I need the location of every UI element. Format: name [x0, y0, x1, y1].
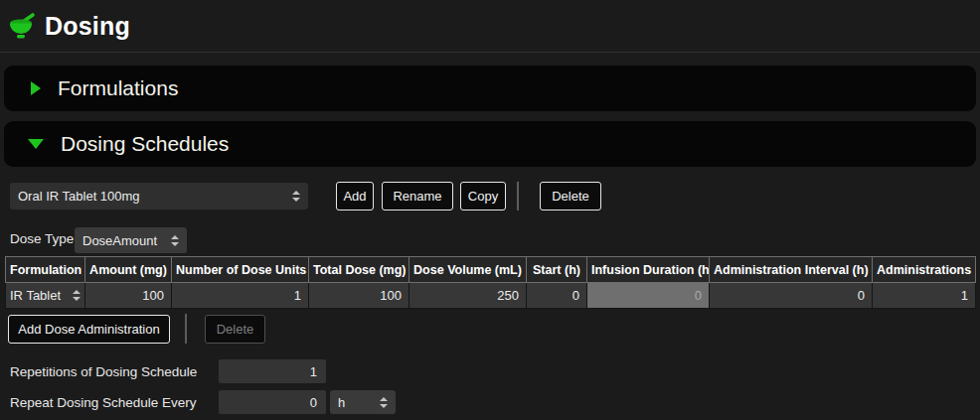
mortar-pestle-icon: [8, 11, 36, 41]
amount-cell[interactable]: 100: [85, 283, 172, 309]
add-dose-administration-button[interactable]: Add Dose Administration: [8, 315, 170, 344]
toolbar-separator: [517, 182, 519, 210]
repeat-every-label: Repeat Dosing Schedule Every: [10, 395, 197, 410]
dose-administration-table: Formulation Amount (mg) Number of Dose U…: [5, 256, 976, 309]
section-formulations-label: Formulations: [58, 76, 178, 100]
dose-type-label: Dose Type: [10, 231, 74, 246]
add-schedule-button[interactable]: Add: [336, 182, 374, 210]
table-row: IR Tablet 100 1 100 250 0 0 0 1: [6, 283, 976, 309]
repeat-every-value: 0: [310, 395, 317, 410]
col-start: Start (h): [527, 257, 587, 283]
col-administrations: Administrations: [873, 257, 976, 283]
col-dose-units: Number of Dose Units: [172, 257, 309, 283]
repeat-every-unit-select[interactable]: h: [330, 390, 396, 414]
dose-type-value: DoseAmount: [82, 233, 157, 248]
start-cell[interactable]: 0: [527, 283, 587, 309]
dose-units-cell[interactable]: 1: [172, 283, 309, 309]
caret-right-icon: [31, 81, 41, 95]
actions-separator: [185, 314, 187, 344]
repetitions-value: 1: [310, 364, 317, 379]
total-dose-cell[interactable]: 100: [309, 283, 409, 309]
spinner-icon: [372, 397, 388, 408]
delete-dose-administration-button: Delete: [205, 315, 265, 344]
spinner-icon: [163, 235, 179, 246]
schedule-select[interactable]: Oral IR Tablet 100mg: [10, 183, 308, 210]
section-formulations[interactable]: Formulations: [4, 66, 976, 111]
delete-schedule-button[interactable]: Delete: [540, 182, 601, 210]
administrations-cell[interactable]: 1: [873, 283, 976, 309]
page-title: Dosing: [45, 12, 130, 41]
repetitions-input[interactable]: 1: [219, 359, 326, 383]
repetitions-label: Repetitions of Dosing Schedule: [10, 364, 197, 379]
section-dosing-schedules[interactable]: Dosing Schedules: [4, 121, 976, 167]
col-admin-interval: Administration Interval (h): [710, 257, 873, 283]
spinner-icon: [284, 191, 300, 202]
dose-volume-cell[interactable]: 250: [409, 283, 527, 309]
title-bar: Dosing: [0, 0, 980, 53]
col-formulation: Formulation: [6, 257, 85, 283]
dose-type-select[interactable]: DoseAmount: [75, 227, 187, 253]
table-header-row: Formulation Amount (mg) Number of Dose U…: [6, 257, 976, 283]
rename-schedule-button[interactable]: Rename: [382, 182, 453, 210]
caret-down-icon: [28, 139, 44, 149]
admin-interval-cell[interactable]: 0: [710, 283, 873, 309]
repeat-every-input[interactable]: 0: [219, 390, 326, 414]
formulation-cell[interactable]: IR Tablet: [6, 283, 85, 309]
col-dose-volume: Dose Volume (mL): [409, 257, 527, 283]
col-infusion-duration: Infusion Duration (h): [587, 257, 710, 283]
col-amount: Amount (mg): [85, 257, 172, 283]
schedule-select-value: Oral IR Tablet 100mg: [18, 189, 140, 204]
copy-schedule-button[interactable]: Copy: [460, 182, 506, 210]
spinner-icon: [65, 290, 81, 301]
formulation-value: IR Tablet: [10, 288, 61, 303]
col-total-dose: Total Dose (mg): [309, 257, 409, 283]
repeat-every-unit: h: [338, 395, 345, 410]
section-dosing-schedules-label: Dosing Schedules: [61, 132, 229, 156]
infusion-duration-cell: 0: [587, 283, 710, 309]
